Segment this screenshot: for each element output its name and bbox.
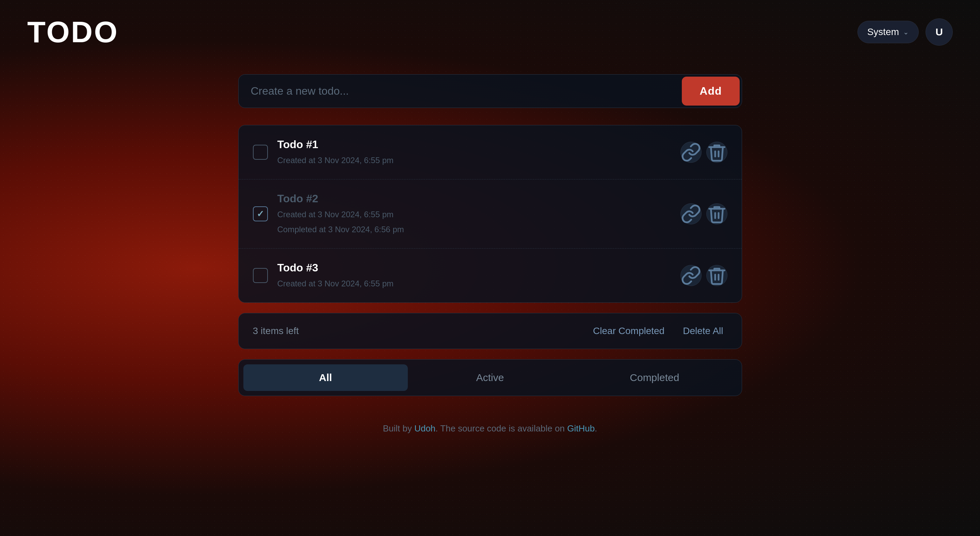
todo-checkbox-2[interactable]: [253, 206, 268, 221]
app-title: TODO: [27, 17, 119, 47]
main-content: Add Todo #1 Created at 3 Nov 2024, 6:55 …: [238, 74, 742, 396]
link-icon: [681, 142, 701, 163]
add-button[interactable]: Add: [682, 77, 739, 105]
todo-checkbox-3[interactable]: [253, 268, 268, 283]
page-footer: Built by Udoh. The source code is availa…: [383, 423, 597, 434]
todo-title-3: Todo #3: [277, 261, 671, 275]
chevron-down-icon: ⌄: [903, 28, 909, 36]
todo-content-2: Todo #2 Created at 3 Nov 2024, 6:55 pm C…: [277, 192, 671, 236]
user-avatar[interactable]: U: [926, 18, 953, 46]
todo-item-1: Todo #1 Created at 3 Nov 2024, 6:55 pm: [239, 125, 742, 179]
todo-link-button-2[interactable]: [681, 203, 702, 224]
todo-meta-2-completed: Completed at 3 Nov 2024, 6:56 pm: [277, 223, 671, 236]
clear-completed-button[interactable]: Clear Completed: [589, 323, 668, 339]
theme-selector[interactable]: System ⌄: [858, 21, 919, 43]
todo-delete-button-3[interactable]: [706, 265, 727, 286]
filter-completed[interactable]: Completed: [572, 364, 737, 391]
todo-actions-3: [681, 265, 727, 286]
footer-actions: Clear Completed Delete All: [589, 323, 727, 339]
todo-meta-3: Created at 3 Nov 2024, 6:55 pm: [277, 277, 671, 290]
todo-item-2: Todo #2 Created at 3 Nov 2024, 6:55 pm C…: [239, 179, 742, 249]
link-icon: [681, 204, 701, 224]
todo-content-3: Todo #3 Created at 3 Nov 2024, 6:55 pm: [277, 261, 671, 290]
todo-link-button-3[interactable]: [681, 265, 702, 286]
trash-icon: [707, 204, 727, 224]
theme-label: System: [867, 27, 899, 37]
link-icon: [681, 265, 701, 286]
header: TODO System ⌄ U: [0, 0, 980, 47]
todo-delete-button-2[interactable]: [706, 203, 727, 224]
todo-meta-1: Created at 3 Nov 2024, 6:55 pm: [277, 154, 671, 167]
todo-item-3: Todo #3 Created at 3 Nov 2024, 6:55 pm: [239, 249, 742, 302]
filter-active[interactable]: Active: [408, 364, 572, 391]
footer-text-prefix: Built by: [383, 423, 415, 434]
todo-meta-2-created: Created at 3 Nov 2024, 6:55 pm: [277, 208, 671, 221]
author-link[interactable]: Udoh: [414, 423, 435, 434]
header-controls: System ⌄ U: [858, 18, 953, 46]
trash-icon: [707, 265, 727, 286]
todo-checkbox-1[interactable]: [253, 145, 268, 160]
todo-actions-2: [681, 203, 727, 224]
todo-content-1: Todo #1 Created at 3 Nov 2024, 6:55 pm: [277, 137, 671, 167]
user-initial: U: [935, 26, 943, 38]
trash-icon: [707, 142, 727, 163]
todo-input[interactable]: [241, 77, 682, 105]
todo-delete-button-1[interactable]: [706, 142, 727, 163]
footer-text-suffix: .: [595, 423, 597, 434]
todo-title-2: Todo #2: [277, 192, 671, 206]
footer-text-middle: . The source code is available on: [435, 423, 567, 434]
filter-container: All Active Completed: [238, 359, 742, 396]
todo-list: Todo #1 Created at 3 Nov 2024, 6:55 pm: [238, 125, 742, 303]
items-left: 3 items left: [253, 325, 299, 337]
todo-title-1: Todo #1: [277, 137, 671, 152]
delete-all-button[interactable]: Delete All: [679, 323, 727, 339]
todo-footer: 3 items left Clear Completed Delete All: [238, 313, 742, 349]
todo-actions-1: [681, 142, 727, 163]
todo-link-button-1[interactable]: [681, 142, 702, 163]
filter-all[interactable]: All: [243, 364, 408, 391]
todo-input-container: Add: [238, 74, 742, 108]
github-link[interactable]: GitHub: [567, 423, 595, 434]
